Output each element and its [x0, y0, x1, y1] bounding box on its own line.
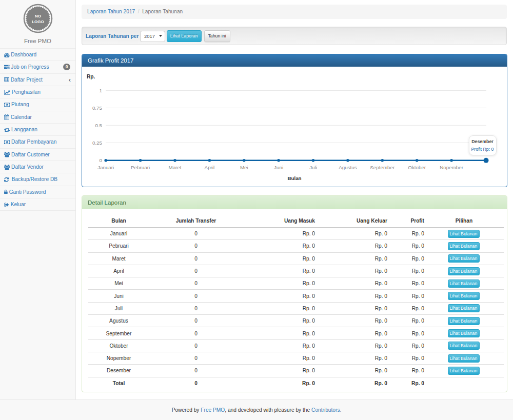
- svg-text:0.5: 0.5: [95, 123, 102, 128]
- svg-text:September: September: [370, 165, 395, 170]
- svg-text:Oktober: Oktober: [408, 165, 426, 170]
- svg-text:Mei: Mei: [240, 165, 248, 170]
- svg-text:Maret: Maret: [168, 165, 181, 170]
- svg-text:0.25: 0.25: [92, 140, 103, 146]
- svg-text:Bulan: Bulan: [287, 175, 301, 181]
- svg-text:Januari: Januari: [97, 165, 114, 170]
- svg-text:0: 0: [100, 157, 103, 163]
- svg-text:1: 1: [100, 88, 102, 93]
- svg-text:Juni: Juni: [274, 165, 283, 170]
- svg-text:NO: NO: [35, 14, 41, 18]
- svg-text:Juli: Juli: [309, 165, 317, 170]
- svg-text:0.75: 0.75: [92, 105, 103, 111]
- svg-text:Nopember: Nopember: [440, 165, 463, 170]
- svg-text:April: April: [205, 165, 215, 170]
- svg-text:Agustus: Agustus: [339, 165, 357, 170]
- svg-text:Pebruari: Pebruari: [131, 165, 150, 170]
- svg-text:LOGO: LOGO: [32, 19, 44, 24]
